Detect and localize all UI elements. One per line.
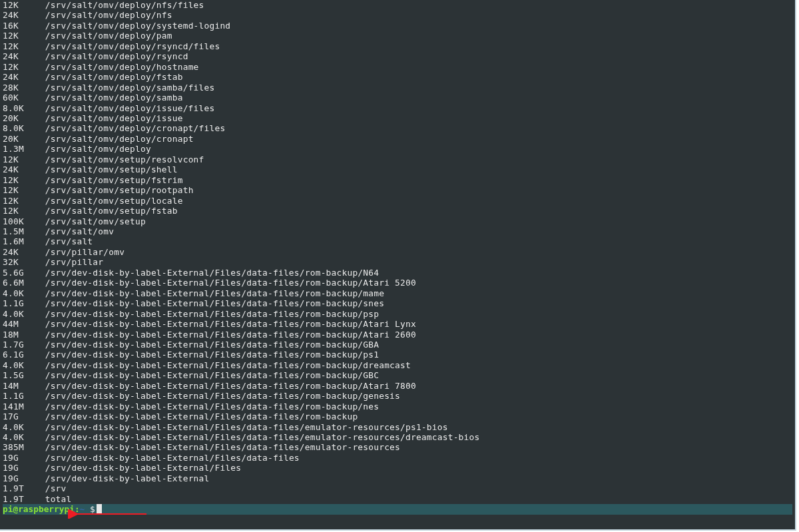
du-path: /srv/salt/omv/deploy/issue	[45, 113, 183, 123]
du-path: /srv/dev-disk-by-label-External/Files/da…	[45, 432, 480, 442]
du-row: 24K /srv/salt/omv/deploy/nfs	[3, 10, 792, 20]
prompt-symbol	[85, 504, 90, 514]
du-size: 1.1G	[3, 391, 24, 401]
terminal-output: 12K /srv/salt/omv/deploy/nfs/files24K /s…	[0, 0, 795, 515]
du-path: /srv/salt/omv/setup/fstab	[45, 206, 178, 216]
du-path: /srv/dev-disk-by-label-External/Files/da…	[45, 330, 416, 340]
du-path: /srv/dev-disk-by-label-External/Files/da…	[45, 298, 384, 308]
du-path: /srv/dev-disk-by-label-External/Files	[45, 463, 242, 473]
du-size: 5.6G	[3, 268, 24, 278]
du-path: /srv/pillar/omv	[45, 247, 125, 257]
du-row: 19G /srv/dev-disk-by-label-External	[3, 473, 792, 483]
du-size: 6.6M	[3, 278, 24, 288]
du-row: 24K /srv/pillar/omv	[3, 247, 792, 257]
du-path: /srv/dev-disk-by-label-External/Files/da…	[45, 422, 448, 432]
du-size: 1.9T	[3, 483, 24, 493]
prompt-colon: :	[75, 504, 80, 514]
du-row: 1.1G /srv/dev-disk-by-label-External/Fil…	[3, 391, 792, 401]
du-path: /srv/salt/omv	[45, 226, 115, 236]
du-size: 4.0K	[3, 288, 24, 298]
du-size: 12K	[3, 175, 19, 185]
du-path: /srv/salt/omv/setup	[45, 216, 146, 226]
du-size: 1.1G	[3, 298, 24, 308]
du-row: 12K /srv/salt/omv/setup/locale	[3, 196, 792, 206]
du-row: 12K /srv/salt/omv/setup/resolvconf	[3, 154, 792, 164]
du-path: /srv/salt/omv/deploy/rsyncd	[45, 51, 188, 61]
du-path: /srv/salt/omv/deploy/nfs	[45, 10, 172, 20]
du-size: 12K	[3, 185, 19, 195]
du-path: /srv/salt/omv/deploy/issue/files	[45, 103, 215, 113]
du-row: 141M /srv/dev-disk-by-label-External/Fil…	[3, 401, 792, 411]
du-size: 12K	[3, 31, 19, 41]
prompt-user: pi	[3, 504, 13, 514]
du-size: 1.7G	[3, 340, 24, 350]
du-row: 24K /srv/salt/omv/setup/shell	[3, 164, 792, 174]
prompt-at: @	[13, 504, 18, 514]
du-size: 24K	[3, 72, 19, 82]
du-row: 44M /srv/dev-disk-by-label-External/File…	[3, 319, 792, 329]
du-row: 24K /srv/salt/omv/deploy/rsyncd	[3, 51, 792, 61]
du-size: 4.0K	[3, 422, 24, 432]
du-size: 24K	[3, 10, 19, 20]
du-path: /srv/salt/omv/deploy/nfs/files	[45, 0, 204, 10]
du-row: 12K /srv/salt/omv/deploy/pam	[3, 31, 792, 41]
du-path: /srv/dev-disk-by-label-External/Files/da…	[45, 442, 400, 452]
du-row: 28K /srv/salt/omv/deploy/samba/files	[3, 83, 792, 93]
du-row: 24K /srv/salt/omv/deploy/fstab	[3, 72, 792, 82]
du-size: 385M	[3, 442, 24, 452]
du-size: 16K	[3, 21, 19, 31]
du-row: 8.0K /srv/salt/omv/deploy/cronapt/files	[3, 123, 792, 133]
du-size: 20K	[3, 134, 19, 144]
du-row: 8.0K /srv/salt/omv/deploy/issue/files	[3, 103, 792, 113]
du-size: 1.3M	[3, 144, 24, 154]
du-path: /srv/dev-disk-by-label-External/Files/da…	[45, 319, 416, 329]
du-row: 19G /srv/dev-disk-by-label-External/File…	[3, 463, 792, 473]
du-path: /srv/salt/omv/deploy/cronapt/files	[45, 123, 226, 133]
du-row: 1.9T /srv	[3, 483, 792, 493]
shell-prompt[interactable]: pi@raspberrypi:~ $	[3, 504, 792, 514]
du-size: 12K	[3, 196, 19, 206]
du-size: 32K	[3, 257, 19, 267]
du-row: 12K /srv/salt/omv/setup/fstrim	[3, 175, 792, 185]
du-path: /srv/salt/omv/deploy	[45, 144, 151, 154]
du-path: /srv/dev-disk-by-label-External/Files/da…	[45, 288, 384, 298]
du-row: 18M /srv/dev-disk-by-label-External/File…	[3, 330, 792, 340]
du-path: /srv/salt/omv/setup/resolvconf	[45, 154, 204, 164]
du-path: /srv/salt/omv/deploy/samba	[45, 93, 183, 103]
du-row: 1.1G /srv/dev-disk-by-label-External/Fil…	[3, 298, 792, 308]
du-path: /srv	[45, 483, 67, 493]
du-path: /srv/dev-disk-by-label-External/Files/da…	[45, 278, 416, 288]
terminal-window[interactable]: 12K /srv/salt/omv/deploy/nfs/files24K /s…	[0, 0, 796, 531]
du-size: 12K	[3, 0, 19, 10]
du-size: 24K	[3, 247, 19, 257]
du-row: 385M /srv/dev-disk-by-label-External/Fil…	[3, 442, 792, 452]
du-path: /srv/dev-disk-by-label-External/Files/da…	[45, 381, 416, 391]
du-row: 19G /srv/dev-disk-by-label-External/File…	[3, 453, 792, 463]
du-row: 14M /srv/dev-disk-by-label-External/File…	[3, 381, 792, 391]
du-row: 17G /srv/dev-disk-by-label-External/File…	[3, 411, 792, 421]
du-path: /srv/salt/omv/setup/rootpath	[45, 185, 194, 195]
du-size: 6.1G	[3, 350, 24, 360]
du-row: 12K /srv/salt/omv/deploy/rsyncd/files	[3, 41, 792, 51]
du-size: 24K	[3, 164, 19, 174]
cursor-icon	[97, 504, 102, 513]
du-path: /srv/dev-disk-by-label-External/Files/da…	[45, 268, 380, 278]
du-size: 18M	[3, 330, 19, 340]
du-size: 100K	[3, 216, 24, 226]
du-row: 60K /srv/salt/omv/deploy/samba	[3, 93, 792, 103]
du-size: 8.0K	[3, 103, 24, 113]
du-size: 19G	[3, 453, 19, 463]
du-path: /srv/salt/omv/setup/fstrim	[45, 175, 183, 185]
du-row: 20K /srv/salt/omv/deploy/issue	[3, 113, 792, 123]
du-size: 8.0K	[3, 123, 24, 133]
du-path: /srv/dev-disk-by-label-External/Files/da…	[45, 411, 358, 421]
du-path: /srv/dev-disk-by-label-External/Files/da…	[45, 391, 400, 401]
du-path: /srv/dev-disk-by-label-External/Files/da…	[45, 350, 380, 360]
du-row: 6.6M /srv/dev-disk-by-label-External/Fil…	[3, 278, 792, 288]
du-size: 4.0K	[3, 432, 24, 442]
du-size: 12K	[3, 62, 19, 72]
du-size: 17G	[3, 411, 19, 421]
du-row: 12K /srv/salt/omv/deploy/hostname	[3, 62, 792, 72]
du-path: /srv/dev-disk-by-label-External/Files/da…	[45, 309, 380, 319]
du-path: /srv/salt/omv/setup/shell	[45, 164, 178, 174]
